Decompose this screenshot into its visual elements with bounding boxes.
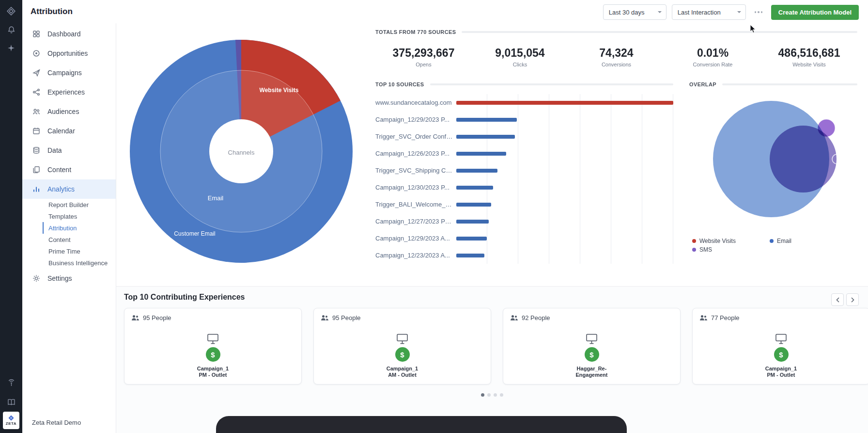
experience-card[interactable]: 95 People $ Campaign_1 PM - Outlet	[124, 308, 302, 385]
experience-card[interactable]: 92 People $ Haggar_Re- Engagement	[503, 308, 681, 385]
legend-item-email: Email	[770, 237, 847, 245]
bar-track	[456, 179, 673, 196]
sidebar-item-analytics[interactable]: Analytics	[22, 179, 116, 199]
people-count: 77 People	[711, 314, 740, 321]
stat-value: 9,015,054	[472, 47, 568, 60]
stat-label: Conversion Rate	[665, 62, 761, 67]
monitor-icon	[586, 334, 598, 344]
icon-rail: ZETA	[0, 0, 22, 433]
source-link[interactable]: Campaign_12/26/2023 P...	[375, 150, 456, 157]
calendar-icon	[32, 127, 40, 135]
source-link[interactable]: Trigger_SVC_Order Confir...	[375, 133, 456, 140]
totals-panel: TOTALS FROM 770 SOURCES 375,293,667 Open…	[375, 29, 857, 67]
people-icon	[131, 314, 140, 321]
documents-icon	[32, 166, 40, 174]
stat-conversions: 74,324 Conversions	[568, 47, 665, 67]
source-bar	[456, 101, 673, 105]
sidebar-item-audiences[interactable]: Audiences	[22, 102, 116, 121]
source-link[interactable]: Campaign_12/27/2023 PM...	[375, 218, 456, 225]
sidebar-item-dashboard[interactable]: Dashboard	[22, 24, 116, 44]
create-attribution-model-button[interactable]: Create Attribution Model	[771, 5, 859, 20]
experience-card[interactable]: 77 People $ Campaign_1 PM - Outlet	[692, 308, 868, 385]
source-link[interactable]: Trigger_SVC_Shipping Co...	[375, 167, 456, 174]
chevron-right-icon	[851, 297, 854, 303]
interaction-model-select[interactable]: Last Interaction	[672, 4, 746, 20]
pagination-dot[interactable]	[500, 393, 503, 397]
overlap-title: OVERLAP	[689, 81, 716, 87]
sidebar-item-label: Audiences	[47, 108, 79, 115]
chevron-down-icon	[658, 11, 662, 13]
sidebar-item-calendar[interactable]: Calendar	[22, 121, 116, 141]
source-link[interactable]: Campaign_12/29/2023 P...	[375, 116, 456, 123]
source-bar	[456, 152, 506, 156]
pagination-dot[interactable]	[487, 393, 491, 397]
source-row: Campaign_12/23/2023 A...	[375, 247, 673, 264]
stat-value: 375,293,667	[375, 47, 472, 60]
sidebar-item-experiences[interactable]: Experiences	[22, 82, 116, 102]
sidebar-subitem-attribution[interactable]: Attribution	[43, 222, 116, 234]
source-link[interactable]: Campaign_12/29/2023 A...	[375, 235, 456, 242]
source-link[interactable]: Campaign_12/23/2023 A...	[375, 252, 456, 259]
zeta-logo-badge: ZETA	[3, 412, 19, 429]
people-count: 95 People	[143, 314, 171, 321]
totals-stats: 375,293,667 Opens 9,015,054 Clicks 74,32…	[375, 47, 857, 67]
sidebar-subitem-templates[interactable]: Templates	[43, 210, 116, 222]
sidebar-item-settings[interactable]: Settings	[22, 269, 116, 288]
stat-label: Opens	[375, 62, 472, 67]
header: Attribution Last 30 days Last Interactio…	[22, 0, 868, 23]
sidebar-subitem-prime-time[interactable]: Prime Time	[43, 245, 116, 257]
bar-track	[456, 128, 673, 145]
sidebar-item-opportunities[interactable]: Opportunities	[22, 44, 116, 63]
experience-card[interactable]: 95 People $ Campaign_1 AM - Outlet	[313, 308, 491, 385]
more-options-button[interactable]	[751, 5, 766, 19]
zeta-logo-icon[interactable]	[6, 6, 16, 16]
legend-item-website-visits: Website Visits	[692, 237, 770, 245]
sunburst-slice-label-website-visits: Website Visits	[260, 87, 299, 94]
channels-sunburst-chart[interactable]: Website Visits Email Customer Email Chan…	[128, 38, 355, 265]
bar-chart-icon	[32, 185, 40, 193]
bar-track	[456, 111, 673, 128]
carousel-prev-button[interactable]	[831, 293, 844, 306]
main-content: Website Visits Email Customer Email Chan…	[116, 23, 868, 433]
ai-sparkle-icon[interactable]	[6, 43, 16, 53]
sidebar-subitem-report-builder[interactable]: Report Builder	[43, 199, 116, 210]
date-range-select[interactable]: Last 30 days	[603, 4, 666, 20]
stat-value: 486,516,681	[761, 47, 857, 60]
stat-label: Website Visits	[761, 62, 857, 67]
chevron-down-icon	[737, 11, 741, 13]
stat-conversion-rate: 0.01% Conversion Rate	[665, 47, 761, 67]
people-icon	[510, 314, 518, 321]
pagination-dot[interactable]	[494, 393, 497, 397]
sidebar-subitem-content[interactable]: Content	[43, 234, 116, 245]
overlap-venn-chart[interactable]	[695, 91, 855, 232]
experience-name: Campaign_1 PM - Outlet	[765, 366, 797, 378]
sidebar-item-campaigns[interactable]: Campaigns	[22, 63, 116, 82]
source-bar	[456, 118, 517, 122]
sidebar-item-label: Calendar	[47, 127, 75, 135]
source-link[interactable]: Campaign_12/30/2023 P...	[375, 184, 456, 191]
sidebar-item-label: Dashboard	[47, 30, 81, 38]
workspace-name: Zeta Retail Demo	[32, 419, 81, 426]
sidebar-item-data[interactable]: Data	[22, 141, 116, 160]
sunburst-outer-label-customer-email: Customer Email	[174, 230, 215, 237]
source-link[interactable]: Trigger_BALI_Welcome_T...	[375, 201, 456, 208]
broadcast-antenna-icon[interactable]	[6, 377, 16, 388]
source-link[interactable]: www.sundancecatalog.com	[375, 99, 456, 106]
top-sources-title: TOP 10 SOURCES	[375, 81, 424, 87]
bar-track	[456, 247, 673, 264]
source-bar	[456, 186, 493, 190]
source-bar	[456, 237, 487, 241]
experience-name: Haggar_Re- Engagement	[575, 366, 607, 378]
experiences-title: Top 10 Contributing Experiences	[124, 293, 245, 302]
bar-track	[456, 94, 673, 111]
top-sources-panel: TOP 10 SOURCES www.sundancecatalog.com C…	[375, 81, 673, 264]
sidebar-item-content[interactable]: Content	[22, 160, 116, 179]
carousel-next-button[interactable]	[846, 293, 859, 306]
notifications-bell-icon[interactable]	[6, 24, 16, 35]
sidebar-subitem-business-intelligence[interactable]: Business Intelligence	[43, 257, 116, 269]
source-row: Trigger_SVC_Shipping Co...	[375, 162, 673, 179]
help-book-icon[interactable]	[6, 397, 16, 407]
section-divider	[462, 31, 857, 33]
gear-icon	[32, 274, 40, 283]
pagination-dot[interactable]	[481, 393, 484, 397]
